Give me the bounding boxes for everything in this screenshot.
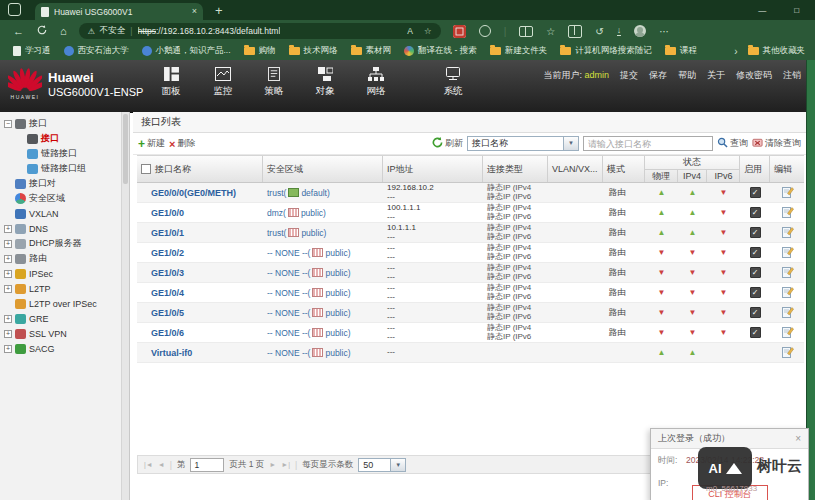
bookmark-item[interactable]: 技术网络 — [289, 45, 338, 57]
back-icon[interactable]: ← — [13, 26, 24, 37]
enabled-checkbox[interactable]: ✓ — [750, 307, 761, 318]
profile-avatar[interactable] — [634, 25, 646, 37]
header-action[interactable]: 保存 — [649, 69, 667, 82]
tree-expander-icon[interactable]: − — [4, 120, 12, 128]
interface-name-link[interactable]: GE0/0/0(GE0/METH) — [137, 188, 263, 198]
per-page-select[interactable]: 50 ▼ — [358, 458, 406, 472]
bookmark-item[interactable]: 购物 — [244, 45, 276, 57]
clear-query-button[interactable]: 清除查询 — [752, 137, 801, 150]
other-bookmarks[interactable]: 其他收藏夹 — [748, 45, 806, 57]
header-action[interactable]: 提交 — [620, 69, 638, 82]
sidebar-item[interactable]: +GRE — [0, 311, 129, 326]
edit-button[interactable] — [770, 325, 805, 340]
interface-name-link[interactable]: GE1/0/2 — [137, 248, 263, 258]
zone-link[interactable]: -- NONE --( public) — [263, 348, 383, 358]
close-icon[interactable]: × — [795, 433, 801, 444]
interface-name-link[interactable]: GE1/0/6 — [137, 328, 263, 338]
refresh-button[interactable]: 刷新 — [432, 137, 463, 150]
bookmark-item[interactable]: 学习通 — [13, 45, 51, 57]
page-number-input[interactable] — [190, 458, 224, 472]
zone-link[interactable]: trust( public) — [263, 228, 383, 238]
zone-link[interactable]: trust( default) — [263, 188, 383, 198]
interface-name-link[interactable]: GE1/0/0 — [137, 208, 263, 218]
reload-icon[interactable] — [37, 25, 47, 37]
maximize-button[interactable]: □ — [794, 6, 799, 15]
enabled-checkbox[interactable]: ✓ — [750, 287, 761, 298]
sidebar-item[interactable]: +SACG — [0, 341, 129, 356]
sidebar-item[interactable]: 接口 — [0, 131, 129, 146]
sidebar-item[interactable]: −接口 — [0, 116, 129, 131]
collections-icon[interactable] — [568, 25, 582, 38]
new-button[interactable]: + 新建 — [138, 137, 165, 150]
url-field[interactable]: ⚠ 不安全 | https://192.168.10.2:8443/defaul… — [79, 23, 441, 39]
nav-item-network[interactable]: 网络 — [349, 67, 403, 98]
edit-button[interactable] — [770, 345, 805, 360]
interface-name-link[interactable]: Virtual-if0 — [137, 348, 263, 358]
nav-item-system[interactable]: 系统 — [426, 67, 480, 98]
tree-expander-icon[interactable]: + — [4, 315, 12, 323]
edit-button[interactable] — [770, 185, 805, 200]
zone-link[interactable]: -- NONE --( public) — [263, 248, 383, 258]
split-screen-icon[interactable] — [519, 26, 533, 37]
sidebar-item[interactable]: +DNS — [0, 221, 129, 236]
zone-link[interactable]: -- NONE --( public) — [263, 268, 383, 278]
edit-button[interactable] — [770, 285, 805, 300]
bookmark-item[interactable]: 素材网 — [351, 45, 392, 57]
query-button[interactable]: 查询 — [717, 137, 748, 150]
sidebar-item[interactable]: 链路接口 — [0, 146, 129, 161]
sidebar-item[interactable]: 接口对 — [0, 176, 129, 191]
sidebar-item[interactable]: +路由 — [0, 251, 129, 266]
zone-link[interactable]: -- NONE --( public) — [263, 328, 383, 338]
new-tab-button[interactable]: + — [215, 4, 223, 17]
downloads-icon[interactable]: ↓ — [617, 26, 622, 36]
add-favorite-icon[interactable]: ☆ — [424, 26, 432, 36]
header-action[interactable]: 注销 — [783, 69, 801, 82]
home-icon[interactable]: ⌂ — [60, 26, 67, 37]
zone-link[interactable]: dmz( public) — [263, 208, 383, 218]
enabled-checkbox[interactable]: ✓ — [750, 327, 761, 338]
bookmark-item[interactable]: 西安石油大学 — [64, 45, 129, 57]
nav-item-monitor[interactable]: 监控 — [196, 67, 250, 98]
edit-button[interactable] — [770, 305, 805, 320]
sidebar-item[interactable]: +SSL VPN — [0, 326, 129, 341]
sidebar-item[interactable]: L2TP over IPSec — [0, 296, 129, 311]
edit-button[interactable] — [770, 245, 805, 260]
tree-expander-icon[interactable]: + — [4, 255, 12, 263]
sidebar-item[interactable]: +L2TP — [0, 281, 129, 296]
enabled-checkbox[interactable]: ✓ — [750, 247, 761, 258]
tab-close-icon[interactable]: × — [192, 7, 197, 16]
enabled-checkbox[interactable]: ✓ — [750, 267, 761, 278]
enabled-checkbox[interactable]: ✓ — [750, 187, 761, 198]
tree-expander-icon[interactable]: + — [4, 225, 12, 233]
edit-button[interactable] — [770, 265, 805, 280]
ublock-extension-icon[interactable] — [453, 25, 466, 38]
filter-field-dropdown[interactable]: 接口名称 ▼ — [467, 136, 579, 151]
extension-icon[interactable] — [479, 25, 491, 37]
nav-item-object[interactable]: 对象 — [298, 67, 352, 98]
sidebar-item[interactable]: VXLAN — [0, 206, 129, 221]
first-page-icon[interactable]: |◄ — [144, 461, 153, 468]
browser-tab[interactable]: Huawei USG6000V1 × — [35, 3, 203, 20]
workspaces-icon[interactable] — [8, 3, 21, 16]
nav-item-policy[interactable]: 策略 — [247, 67, 301, 98]
favorites-icon[interactable]: ☆ — [546, 26, 555, 37]
interface-name-link[interactable]: GE1/0/5 — [137, 308, 263, 318]
bookmarks-overflow-icon[interactable]: › — [734, 46, 737, 57]
delete-button[interactable]: × 删除 — [169, 137, 195, 150]
more-menu-icon[interactable]: ⋯ — [659, 26, 669, 37]
sidebar-item[interactable]: 链路接口组 — [0, 161, 129, 176]
bookmark-item[interactable]: 课程 — [665, 45, 697, 57]
sidebar-item[interactable]: 安全区域 — [0, 191, 129, 206]
tree-expander-icon[interactable]: + — [4, 270, 12, 278]
chevron-down-icon[interactable]: ▼ — [563, 137, 578, 150]
sidebar-item[interactable]: +DHCP服务器 — [0, 236, 129, 251]
chevron-down-icon[interactable]: ▼ — [390, 459, 405, 471]
search-input[interactable] — [583, 136, 713, 151]
tree-expander-icon[interactable]: + — [4, 285, 12, 293]
select-all-checkbox[interactable] — [141, 164, 151, 174]
minimize-button[interactable]: — — [758, 6, 766, 15]
tree-expander-icon[interactable]: + — [4, 330, 12, 338]
last-page-icon[interactable]: ►| — [281, 461, 290, 468]
header-action[interactable]: 关于 — [707, 69, 725, 82]
interface-name-link[interactable]: GE1/0/3 — [137, 268, 263, 278]
